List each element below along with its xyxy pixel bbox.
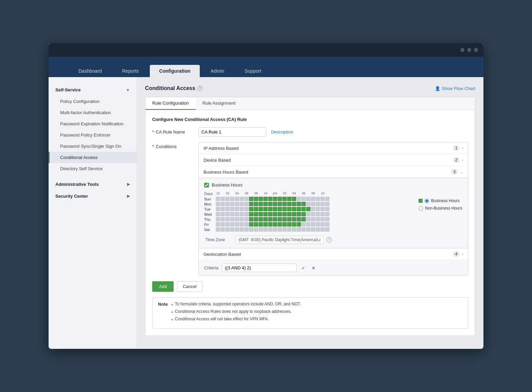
time-cell[interactable] xyxy=(225,222,230,227)
time-cell[interactable] xyxy=(225,227,230,232)
time-cell[interactable] xyxy=(273,202,277,206)
time-cell[interactable] xyxy=(311,217,315,221)
bh-radio[interactable] xyxy=(425,199,429,203)
time-cell[interactable] xyxy=(287,222,291,227)
tz-input[interactable] xyxy=(235,236,324,244)
time-cell[interactable] xyxy=(273,217,277,221)
time-cell[interactable] xyxy=(244,227,249,232)
time-cell[interactable] xyxy=(259,202,263,206)
tab-configuration[interactable]: Configuration xyxy=(150,65,200,77)
time-cell[interactable] xyxy=(254,222,258,227)
time-cell[interactable] xyxy=(306,207,311,211)
time-cell[interactable] xyxy=(273,227,277,232)
time-cell[interactable] xyxy=(263,227,268,232)
criteria-check-btn[interactable]: ✓ xyxy=(300,265,307,271)
time-cell[interactable] xyxy=(325,207,330,211)
time-cell[interactable] xyxy=(320,227,325,232)
time-cell[interactable] xyxy=(273,207,277,211)
sidebar-item-ca[interactable]: Conditional Access xyxy=(49,152,137,163)
time-cell[interactable] xyxy=(235,222,239,227)
time-cell[interactable] xyxy=(263,197,268,201)
tab-support[interactable]: Support xyxy=(235,65,271,77)
time-cell[interactable] xyxy=(249,227,253,232)
time-cell[interactable] xyxy=(216,207,220,211)
time-cell[interactable] xyxy=(282,227,287,232)
sidebar-admintools-header[interactable]: Administrative Tools ▶ xyxy=(49,178,137,190)
time-cell[interactable] xyxy=(320,212,325,216)
condition-ip[interactable]: IP Address Based 1 › xyxy=(199,142,468,154)
tab-rule-configuration[interactable]: Rule Configuration xyxy=(145,97,196,110)
time-cell[interactable] xyxy=(225,217,230,221)
time-cell[interactable] xyxy=(278,207,282,211)
time-cell[interactable] xyxy=(292,207,296,211)
time-cell[interactable] xyxy=(249,197,253,201)
time-cell[interactable] xyxy=(225,212,230,216)
time-cell[interactable] xyxy=(297,222,301,227)
add-button[interactable]: Add xyxy=(152,281,174,292)
condition-geo[interactable]: Geolocation Based 4 › xyxy=(199,248,468,260)
sidebar-item-dss[interactable]: Directory Self Service xyxy=(49,163,137,174)
time-cell[interactable] xyxy=(278,197,282,201)
time-cell[interactable] xyxy=(235,212,239,216)
cancel-button[interactable]: Cancel xyxy=(177,281,202,292)
tab-rule-assignment[interactable]: Rule Assignment xyxy=(196,97,243,110)
time-cell[interactable] xyxy=(254,227,258,232)
time-cell[interactable] xyxy=(249,202,253,206)
time-cell[interactable] xyxy=(220,197,225,201)
time-cell[interactable] xyxy=(254,212,258,216)
time-cell[interactable] xyxy=(278,222,282,227)
time-cell[interactable] xyxy=(311,222,315,227)
sidebar-item-psso[interactable]: Password Sync/Single Sign On xyxy=(49,141,137,152)
sidebar-securitycenter-header[interactable]: Security Center ▶ xyxy=(49,190,137,202)
sidebar-item-ppe[interactable]: Password Policy Enforcer xyxy=(49,129,137,141)
time-cell[interactable] xyxy=(292,217,296,221)
time-cell[interactable] xyxy=(292,222,296,227)
time-cell[interactable] xyxy=(263,222,268,227)
time-cell[interactable] xyxy=(254,207,258,211)
time-cell[interactable] xyxy=(320,222,325,227)
time-cell[interactable] xyxy=(316,207,320,211)
tab-dashboard[interactable]: Dashboard xyxy=(69,65,111,77)
time-cell[interactable] xyxy=(320,197,325,201)
time-cell[interactable] xyxy=(297,197,301,201)
time-cell[interactable] xyxy=(311,197,315,201)
time-cell[interactable] xyxy=(230,202,234,206)
time-cell[interactable] xyxy=(278,227,282,232)
time-cell[interactable] xyxy=(301,197,306,201)
time-cell[interactable] xyxy=(306,227,311,232)
time-cell[interactable] xyxy=(287,217,291,221)
tab-admin[interactable]: Admin xyxy=(201,65,234,77)
time-cell[interactable] xyxy=(220,222,225,227)
condition-device[interactable]: Device Based 2 › xyxy=(199,154,468,166)
time-cell[interactable] xyxy=(259,227,263,232)
time-cell[interactable] xyxy=(230,212,234,216)
time-cell[interactable] xyxy=(306,217,311,221)
time-cell[interactable] xyxy=(287,212,291,216)
time-cell[interactable] xyxy=(249,212,253,216)
time-cell[interactable] xyxy=(306,212,311,216)
time-cell[interactable] xyxy=(273,197,277,201)
time-cell[interactable] xyxy=(244,217,249,221)
time-cell[interactable] xyxy=(325,217,330,221)
time-cell[interactable] xyxy=(259,212,263,216)
time-cell[interactable] xyxy=(216,227,220,232)
time-cell[interactable] xyxy=(263,207,268,211)
time-cell[interactable] xyxy=(311,212,315,216)
time-cell[interactable] xyxy=(282,197,287,201)
time-cell[interactable] xyxy=(268,202,272,206)
time-cell[interactable] xyxy=(292,212,296,216)
time-cell[interactable] xyxy=(259,197,263,201)
time-cell[interactable] xyxy=(244,207,249,211)
time-cell[interactable] xyxy=(273,222,277,227)
show-flow-chart-link[interactable]: 👤 Show Flow Chart xyxy=(435,86,475,91)
time-cell[interactable] xyxy=(301,212,306,216)
time-cell[interactable] xyxy=(282,212,287,216)
time-cell[interactable] xyxy=(273,212,277,216)
time-cell[interactable] xyxy=(220,212,225,216)
time-cell[interactable] xyxy=(230,207,234,211)
time-cell[interactable] xyxy=(216,222,220,227)
sidebar-item-mfa[interactable]: Multi-factor Authentication xyxy=(49,107,137,118)
time-cell[interactable] xyxy=(306,197,311,201)
time-cell[interactable] xyxy=(235,227,239,232)
time-cell[interactable] xyxy=(216,217,220,221)
